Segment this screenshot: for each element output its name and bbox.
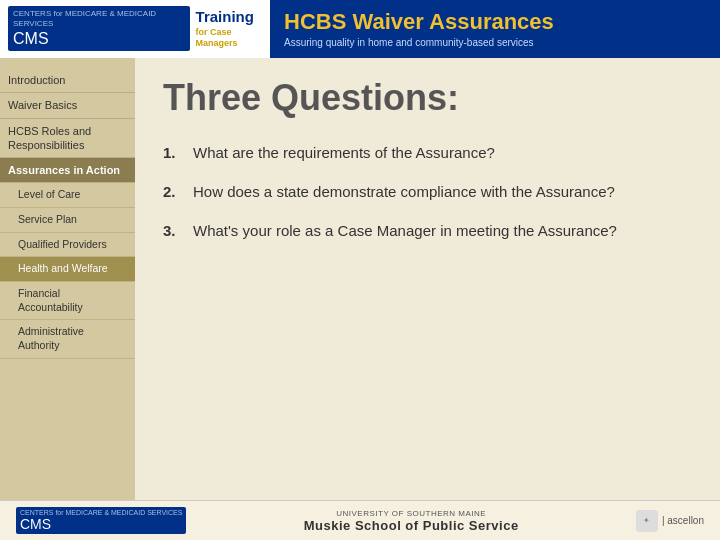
question-2: 2. How does a state demonstrate complian… [163,181,692,202]
cms-badge-sub: CENTERS for MEDICARE & MEDICAID SERVICES [13,9,185,28]
sidebar-item-service-plan[interactable]: Service Plan [0,208,135,233]
page-heading: Three Questions: [163,78,692,118]
header-right: HCBS Waiver Assurances Assuring quality … [270,0,720,58]
footer-usm: UNIVERSITY OF SOUTHERN MAINE Muskie Scho… [304,509,519,533]
question-3-text: What's your role as a Case Manager in me… [193,220,617,241]
footer-usm-line1: UNIVERSITY OF SOUTHERN MAINE [336,509,486,518]
sidebar-item-introduction[interactable]: Introduction [0,68,135,93]
main-content: Introduction Waiver Basics HCBS Roles an… [0,58,720,500]
header-subtitle: Assuring quality in home and community-b… [284,37,720,48]
main-title: HCBS Waiver Assurances [284,9,720,35]
sidebar-item-administrative[interactable]: Administrative Authority [0,320,135,358]
cms-logo: CENTERS for MEDICARE & MEDICAID SERVICES… [8,6,270,50]
question-2-num: 2. [163,181,183,202]
cms-badge: CENTERS for MEDICARE & MEDICAID SERVICES… [8,6,190,50]
question-1-text: What are the requirements of the Assuran… [193,142,495,163]
footer-usm-line2: Muskie School of Public Service [304,518,519,533]
sidebar-item-level-of-care[interactable]: Level of Care [0,183,135,208]
ascellon-label: | ascellon [662,515,704,526]
footer-ascellon: ✦ | ascellon [636,510,704,532]
footer: CENTERS for MEDICARE & MEDICAID SERVICES… [0,500,720,540]
question-1-num: 1. [163,142,183,163]
footer-cms-label: CMS [20,516,182,532]
sidebar-item-financial[interactable]: Financial Accountability [0,282,135,320]
question-2-text: How does a state demonstrate compliance … [193,181,615,202]
sidebar: Introduction Waiver Basics HCBS Roles an… [0,58,135,500]
footer-cms-sub: CENTERS for MEDICARE & MEDICAID SERVICES [20,509,182,516]
main-title-hcbs: HCBS [284,9,346,34]
question-1: 1. What are the requirements of the Assu… [163,142,692,163]
training-sub: for Case Managers [196,27,270,50]
ascellon-icon: ✦ [636,510,658,532]
content-area: Three Questions: 1. What are the require… [135,58,720,500]
sidebar-item-waiver-basics[interactable]: Waiver Basics [0,93,135,118]
question-3-num: 3. [163,220,183,241]
training-main: Training [196,7,270,27]
question-list: 1. What are the requirements of the Assu… [163,142,692,241]
cms-badge-label: CMS [13,29,185,48]
footer-cms-badge: CENTERS for MEDICARE & MEDICAID SERVICES… [16,507,186,534]
question-3: 3. What's your role as a Case Manager in… [163,220,692,241]
sidebar-item-hcbs-roles[interactable]: HCBS Roles and Responsibilities [0,119,135,159]
main-title-rest: Waiver Assurances [346,9,553,34]
sidebar-item-assurances[interactable]: Assurances in Action [0,158,135,183]
sidebar-item-health-welfare[interactable]: Health and Welfare [0,257,135,282]
footer-cms: CENTERS for MEDICARE & MEDICAID SERVICES… [16,507,186,534]
sidebar-item-qualified-providers[interactable]: Qualified Providers [0,233,135,258]
training-text: Training for Case Managers [196,7,270,50]
header: CENTERS for MEDICARE & MEDICAID SERVICES… [0,0,720,58]
header-left: CENTERS for MEDICARE & MEDICAID SERVICES… [0,0,270,58]
